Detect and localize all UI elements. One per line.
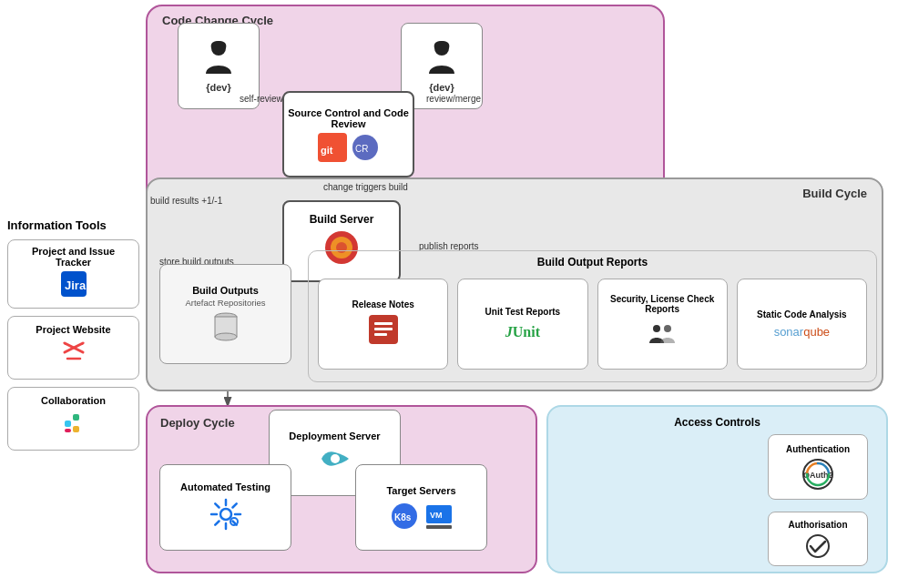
release-notes-box: Release Notes [318, 279, 448, 370]
svg-point-29 [215, 333, 237, 340]
svg-point-36 [331, 454, 340, 463]
build-cycle-label: Build Cycle [802, 187, 867, 200]
build-output-reports-container: Build Output Reports Release Notes Unit … [308, 250, 877, 382]
info-tools-panel: Information Tools Project and Issue Trac… [7, 218, 139, 458]
svg-text:K8s: K8s [394, 512, 412, 522]
build-outputs-subtitle: Artefact Repositories [185, 298, 265, 308]
self-review-label: self-review [240, 94, 283, 104]
authorisation-box: Authorisation [768, 512, 868, 566]
source-control-title: Source Control and Code Review [288, 107, 409, 129]
svg-rect-42 [426, 525, 452, 529]
svg-text:git: git [321, 145, 333, 156]
svg-point-34 [653, 325, 660, 332]
dev2-label: {dev} [429, 82, 454, 93]
authentication-box: Authentication OAuth2 [768, 434, 868, 500]
svg-rect-15 [73, 414, 79, 421]
svg-rect-32 [374, 328, 393, 330]
source-control-icons: git CR [318, 133, 380, 162]
oauth2-icon: OAuth2 [798, 458, 838, 491]
build-output-reports-label: Build Output Reports [537, 256, 648, 269]
collaboration-box: Collaboration [7, 387, 139, 451]
project-website-box: Project Website [7, 316, 139, 380]
deployment-server-title: Deployment Server [289, 431, 380, 441]
svg-text:CR: CR [355, 144, 368, 154]
project-tracker-label: Project and Issue Tracker [15, 246, 131, 268]
unit-test-box: Unit Test Reports JUnit [457, 279, 587, 370]
jira-icon: Jira [61, 271, 87, 302]
deploy-cycle-label: Deploy Cycle [160, 416, 235, 430]
vm-icon: VM [424, 502, 454, 531]
kubernetes-icon: K8s [390, 502, 419, 531]
svg-rect-33 [374, 333, 387, 336]
build-outputs-box: Build Outputs Artefact Repositories [159, 264, 291, 364]
release-notes-icon [369, 315, 398, 350]
release-notes-title: Release Notes [352, 299, 413, 309]
authorisation-title: Authorisation [789, 520, 848, 530]
authentication-title: Authentication [786, 444, 850, 454]
build-server-title: Build Server [310, 213, 374, 226]
dev2-icon [425, 39, 458, 82]
code-review-logo-svg: CR [351, 133, 380, 162]
target-servers-box: Target Servers K8s VM [355, 464, 487, 551]
build-outputs-title: Build Outputs [192, 285, 259, 296]
target-servers-title: Target Servers [386, 485, 455, 496]
automated-testing-box: Automated Testing [159, 464, 291, 551]
svg-text:Jira: Jira [65, 279, 87, 292]
svg-rect-17 [73, 426, 79, 432]
git-logo-svg: git [318, 133, 347, 162]
target-servers-icons: K8s VM [390, 502, 454, 531]
svg-point-37 [220, 509, 231, 520]
svg-rect-31 [374, 322, 393, 325]
static-code-box: Static Code Analysis sonarqube [737, 279, 867, 370]
dev1-icon [202, 39, 235, 82]
spinnaker-icon [317, 445, 353, 476]
junit-icon: JUnit [505, 322, 540, 341]
svg-rect-16 [65, 429, 71, 432]
access-controls: Access Controls Authentication OAuth2 Au… [546, 405, 888, 573]
build-results-label: build results +1/-1 [150, 196, 222, 206]
svg-point-35 [664, 325, 671, 332]
svg-rect-14 [65, 421, 71, 427]
project-tracker-box: Project and Issue Tracker Jira [7, 239, 139, 309]
sonarqube-icon: sonarqube [774, 325, 830, 339]
dev1-label: {dev} [206, 82, 231, 93]
security-icon [648, 319, 677, 354]
project-website-label: Project Website [36, 324, 110, 335]
svg-text:VM: VM [430, 511, 443, 520]
database-icon [213, 311, 239, 344]
static-code-title: Static Code Analysis [757, 309, 847, 319]
security-title: Security, License Check Reports [602, 294, 723, 314]
source-control-box: Source Control and Code Review git CR [282, 91, 414, 177]
automated-testing-icon [209, 498, 242, 534]
access-controls-label: Access Controls [674, 416, 760, 429]
info-tools-title: Information Tools [7, 218, 139, 232]
slack-icon [60, 410, 87, 442]
reports-row: Release Notes Unit Test Reports JUnit [309, 251, 876, 381]
review-merge-label: review/merge [426, 94, 481, 104]
unit-test-title: Unit Test Reports [485, 307, 561, 317]
change-triggers-label: change triggers build [323, 182, 408, 192]
diagram-container: Information Tools Project and Issue Trac… [0, 0, 898, 588]
collaboration-label: Collaboration [41, 395, 106, 406]
authorisation-icon [803, 533, 832, 559]
automated-testing-title: Automated Testing [180, 482, 270, 492]
project-website-icon [60, 339, 87, 371]
security-box: Security, License Check Reports [597, 279, 728, 370]
